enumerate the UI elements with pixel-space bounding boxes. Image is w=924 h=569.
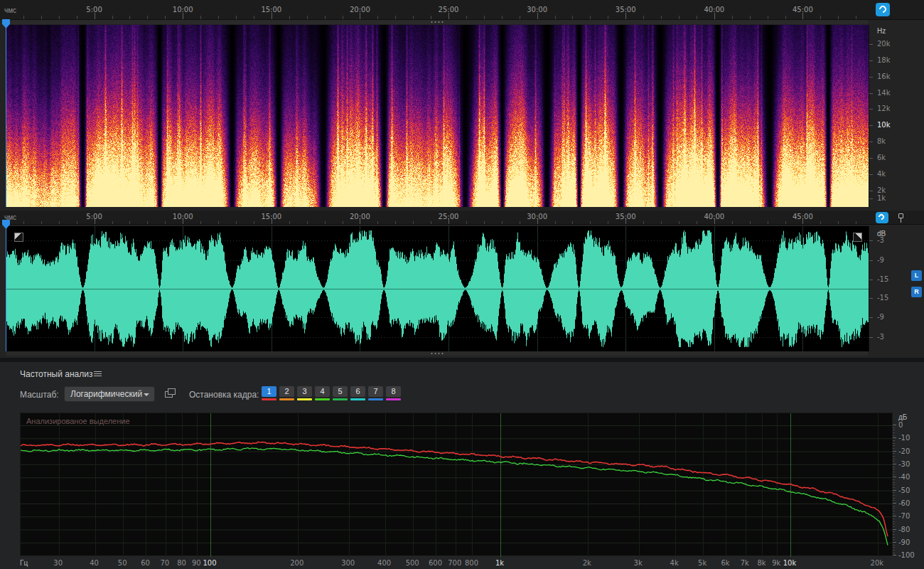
analysis-curve-red [21, 442, 888, 536]
timeline-tick [572, 16, 573, 19]
timeline-tick [413, 16, 414, 19]
copy-graph-button[interactable] [163, 387, 178, 401]
timeline-tick-label: 10:00 [173, 6, 193, 14]
channel-right-button[interactable]: R [911, 287, 922, 297]
db-axis-label: -70 [898, 512, 910, 520]
db-axis-minor-tick [893, 534, 895, 535]
db-axis-unit: дБ [898, 413, 907, 421]
timeline-tick [732, 16, 733, 19]
timeline-tick [608, 221, 608, 224]
timeline-tick [236, 16, 237, 19]
timeline-tick [289, 16, 290, 19]
db-axis-minor-tick [893, 537, 895, 538]
hold-button-6[interactable]: 6 [350, 386, 365, 397]
waveform-timeline-ruler[interactable]: чмс 5:0010:0015:0020:0025:0030:0035:0040… [0, 211, 924, 225]
timeline-tick [413, 221, 414, 224]
db-axis-label: -90 [898, 538, 910, 546]
db-axis-minor-tick [893, 445, 895, 446]
timeline-tick-label: 40:00 [704, 213, 724, 220]
timeline-tick [343, 221, 343, 224]
hold-button-7[interactable]: 7 [368, 386, 383, 397]
freq-tick [869, 109, 873, 110]
db-axis-tick [893, 555, 896, 555]
freq-tick-label: 10k [877, 121, 891, 129]
analysis-controls: Масштаб: Логарифмический Остановка кадра… [0, 385, 924, 403]
freq-tick-label: 8k [877, 137, 886, 145]
grip-dot [435, 21, 436, 23]
timeline-tick [838, 221, 839, 224]
db-axis-label: -40 [898, 473, 910, 481]
timeline-tick [466, 16, 467, 19]
hold-button-2[interactable]: 2 [279, 386, 294, 397]
db-axis-minor-tick [893, 440, 895, 441]
db-axis-tick [893, 542, 896, 543]
waveform-panel-button[interactable] [876, 212, 888, 223]
db-tick [869, 260, 873, 261]
hold-button-1[interactable]: 1 [262, 386, 276, 397]
timeline-tick [502, 16, 503, 19]
fade-in-handle[interactable] [14, 233, 23, 242]
timeline-tick [41, 221, 42, 224]
timeline-tick [785, 221, 786, 224]
frequency-axis-label: 500 [406, 559, 419, 567]
hold-button-3[interactable]: 3 [297, 386, 312, 397]
timeline-tick [377, 221, 378, 224]
timeline-tick [502, 221, 503, 224]
fade-out-handle[interactable] [853, 233, 862, 242]
timeline-tick-label: 5:00 [86, 213, 102, 220]
freq-tick-label: 16k [877, 73, 891, 80]
db-tick [869, 337, 873, 338]
frequency-axis-label: 60 [141, 559, 150, 567]
timeline-tick-label: 15:00 [261, 6, 281, 14]
pin-icon[interactable] [897, 213, 906, 223]
copy-icon [168, 388, 176, 395]
playhead-line [6, 226, 6, 351]
timeline-tick [643, 221, 644, 224]
timeline-tick-label: 15:00 [261, 213, 281, 220]
timeline-tick [165, 221, 166, 224]
hold-button-wrap: 2 [279, 386, 294, 400]
timeline-tick [307, 221, 308, 224]
db-axis-minor-tick [893, 469, 895, 469]
db-axis-minor-tick [893, 484, 895, 485]
db-axis-tick [893, 464, 896, 464]
spectral-hscrollbar[interactable] [6, 20, 869, 24]
hold-color-bar [333, 398, 348, 400]
db-tick-label: -3 [877, 333, 884, 341]
db-axis-label: -30 [898, 460, 910, 468]
db-axis-label: 0 [898, 421, 903, 429]
hold-button-4[interactable]: 4 [315, 386, 330, 397]
frequency-scale[interactable]: Hz 20k18k16k14k12k10k8k6k4k2k1k [869, 25, 924, 207]
hold-button-5[interactable]: 5 [333, 386, 348, 397]
hold-button-wrap: 1 [262, 386, 276, 400]
db-axis-minor-tick [893, 547, 895, 548]
db-axis-minor-tick [893, 472, 895, 472]
spectral-timeline-ruler[interactable]: чмс 5:0010:0015:0020:0025:0030:0035:0040… [0, 0, 924, 20]
playhead-line [6, 25, 6, 207]
frequency-axis-unit: Гц [20, 559, 28, 567]
scale-dropdown[interactable]: Логарифмический [64, 386, 155, 402]
spectrogram-display[interactable] [6, 25, 869, 207]
timeline-tick-label: 35:00 [616, 213, 636, 220]
scrollbar-grip[interactable] [431, 353, 444, 354]
db-axis-label: -10 [898, 434, 910, 442]
timeline-tick [697, 16, 697, 19]
waveform-hscrollbar[interactable] [6, 351, 869, 356]
timeline-tick [590, 221, 591, 224]
timeline-tick [218, 16, 219, 19]
frequency-axis-label: 700 [448, 559, 461, 567]
hold-color-bar [279, 398, 294, 400]
hold-button-8[interactable]: 8 [386, 386, 401, 397]
channel-left-button[interactable]: L [911, 270, 922, 281]
frequency-axis-label: 300 [341, 559, 355, 567]
waveform-display[interactable] [6, 226, 869, 351]
db-axis-minor-tick [893, 539, 895, 540]
scrollbar-grip[interactable] [431, 21, 444, 23]
panel-menu-icon[interactable] [94, 371, 102, 379]
analysis-curve-green [21, 448, 888, 546]
frequency-axis-label: 800 [465, 559, 478, 567]
amplitude-scale[interactable]: dB -3-9-15-15-9-3 [869, 226, 910, 351]
spectral-panel-button[interactable] [876, 3, 890, 16]
timeline-tick [147, 221, 148, 224]
db-axis-minor-tick [893, 514, 895, 514]
